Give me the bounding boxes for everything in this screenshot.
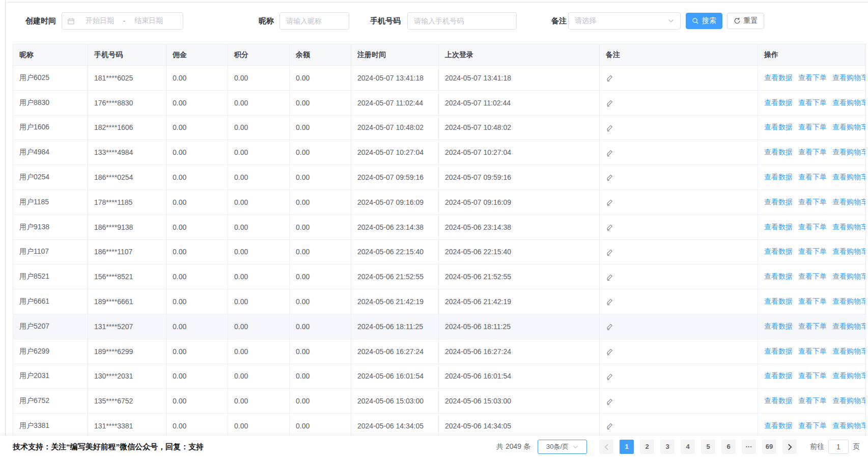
- cell-last-login: 2024-05-06 18:11:25: [439, 314, 600, 339]
- cell-actions: 查看数据查看下单查看购物车: [758, 190, 866, 214]
- edit-remark-icon[interactable]: [606, 124, 613, 132]
- view-data-link[interactable]: 查看数据: [764, 123, 793, 131]
- view-data-link[interactable]: 查看数据: [764, 272, 793, 280]
- view-orders-link[interactable]: 查看下单: [798, 272, 827, 280]
- view-cart-link[interactable]: 查看购物车: [832, 198, 866, 206]
- view-cart-link[interactable]: 查看购物车: [832, 272, 866, 280]
- view-orders-link[interactable]: 查看下单: [798, 173, 827, 181]
- edit-remark-icon[interactable]: [606, 149, 613, 157]
- page-ellipsis-button[interactable]: ···: [742, 440, 756, 454]
- view-cart-link[interactable]: 查看购物车: [832, 371, 866, 380]
- page-button-2[interactable]: 2: [640, 440, 654, 454]
- edit-remark-icon[interactable]: [606, 249, 613, 256]
- edit-remark-icon[interactable]: [606, 224, 613, 231]
- end-date-placeholder[interactable]: 结束日期: [129, 16, 169, 25]
- goto-page-input[interactable]: [828, 440, 849, 454]
- page-button-3[interactable]: 3: [660, 440, 675, 454]
- edit-remark-icon[interactable]: [606, 348, 613, 356]
- view-orders-link[interactable]: 查看下单: [798, 223, 827, 231]
- view-data-link[interactable]: 查看数据: [764, 198, 793, 206]
- next-page-button[interactable]: [782, 440, 797, 454]
- reset-button[interactable]: 重置: [727, 13, 764, 29]
- cell-commission: 0.00: [166, 214, 228, 239]
- view-data-link[interactable]: 查看数据: [764, 98, 793, 106]
- phone-input[interactable]: [407, 12, 517, 30]
- cell-registered: 2024-05-07 11:02:44: [351, 90, 439, 115]
- view-orders-link[interactable]: 查看下单: [798, 73, 827, 82]
- cell-commission: 0.00: [166, 115, 228, 140]
- edit-remark-icon[interactable]: [606, 174, 613, 181]
- edit-remark-icon[interactable]: [606, 373, 613, 381]
- table-header-row: 昵称手机号码佣金积分余额注册时间上次登录备注操作: [13, 44, 866, 66]
- table-row: 用户6299 189****6299 0.00 0.00 0.00 2024-0…: [13, 339, 866, 364]
- edit-remark-icon[interactable]: [606, 199, 613, 206]
- cell-commission: 0.00: [166, 389, 228, 414]
- view-data-link[interactable]: 查看数据: [764, 322, 793, 330]
- table-body: 用户6025 181****6025 0.00 0.00 0.00 2024-0…: [13, 66, 866, 439]
- page-button-1[interactable]: 1: [620, 440, 634, 454]
- view-cart-link[interactable]: 查看购物车: [832, 347, 866, 355]
- view-data-link[interactable]: 查看数据: [764, 148, 793, 156]
- prev-page-button[interactable]: [599, 440, 613, 454]
- view-cart-link[interactable]: 查看购物车: [832, 123, 866, 131]
- total-count: 共 2049 条: [496, 442, 530, 451]
- view-data-link[interactable]: 查看数据: [764, 73, 793, 82]
- view-orders-link[interactable]: 查看下单: [798, 123, 827, 131]
- view-orders-link[interactable]: 查看下单: [798, 396, 827, 405]
- view-cart-link[interactable]: 查看购物车: [832, 421, 866, 429]
- view-cart-link[interactable]: 查看购物车: [832, 322, 866, 330]
- cell-nickname: 用户0254: [13, 165, 88, 190]
- view-orders-link[interactable]: 查看下单: [798, 198, 827, 206]
- search-button[interactable]: 搜索: [686, 13, 722, 29]
- view-data-link[interactable]: 查看数据: [764, 247, 793, 255]
- remark-select[interactable]: 请选择: [568, 12, 681, 30]
- view-orders-link[interactable]: 查看下单: [798, 322, 827, 330]
- table-row: 用户1107 186****1107 0.00 0.00 0.00 2024-0…: [13, 239, 866, 264]
- view-data-link[interactable]: 查看数据: [764, 421, 793, 429]
- view-cart-link[interactable]: 查看购物车: [832, 223, 866, 231]
- view-orders-link[interactable]: 查看下单: [798, 297, 827, 305]
- view-orders-link[interactable]: 查看下单: [798, 347, 827, 355]
- view-data-link[interactable]: 查看数据: [764, 396, 793, 405]
- page-button-6[interactable]: 6: [721, 440, 736, 454]
- cell-actions: 查看数据查看下单查看购物车: [758, 339, 866, 364]
- edit-remark-icon[interactable]: [606, 323, 613, 331]
- page-button-69[interactable]: 69: [762, 440, 776, 454]
- cell-balance: 0.00: [290, 314, 351, 339]
- search-icon: [692, 17, 699, 24]
- view-cart-link[interactable]: 查看购物车: [832, 148, 866, 156]
- view-cart-link[interactable]: 查看购物车: [832, 247, 866, 255]
- view-cart-link[interactable]: 查看购物车: [832, 98, 866, 106]
- view-orders-link[interactable]: 查看下单: [798, 98, 827, 106]
- edit-remark-icon[interactable]: [606, 274, 613, 281]
- cell-phone: 186****0254: [88, 165, 166, 190]
- view-orders-link[interactable]: 查看下单: [798, 148, 827, 156]
- table-row: 用户8521 156****8521 0.00 0.00 0.00 2024-0…: [13, 264, 866, 289]
- edit-remark-icon[interactable]: [606, 298, 613, 306]
- view-data-link[interactable]: 查看数据: [764, 371, 793, 380]
- edit-remark-icon[interactable]: [606, 74, 613, 82]
- edit-remark-icon[interactable]: [606, 422, 613, 430]
- date-range-picker[interactable]: 开始日期 - 结束日期: [62, 12, 183, 30]
- view-data-link[interactable]: 查看数据: [764, 173, 793, 181]
- page-size-select[interactable]: 30条/页: [538, 440, 587, 454]
- edit-remark-icon[interactable]: [606, 398, 613, 406]
- nickname-input[interactable]: [279, 12, 349, 30]
- cell-actions: 查看数据查看下单查看购物车: [758, 165, 866, 190]
- view-cart-link[interactable]: 查看购物车: [832, 396, 866, 405]
- cell-actions: 查看数据查看下单查看购物车: [758, 90, 866, 115]
- view-cart-link[interactable]: 查看购物车: [832, 173, 866, 181]
- page-button-5[interactable]: 5: [701, 440, 715, 454]
- page-button-4[interactable]: 4: [681, 440, 695, 454]
- start-date-placeholder[interactable]: 开始日期: [80, 16, 120, 25]
- view-data-link[interactable]: 查看数据: [764, 223, 793, 231]
- view-orders-link[interactable]: 查看下单: [798, 421, 827, 429]
- edit-remark-icon[interactable]: [606, 99, 613, 107]
- view-orders-link[interactable]: 查看下单: [798, 371, 827, 380]
- column-header: 操作: [758, 44, 866, 66]
- view-cart-link[interactable]: 查看购物车: [832, 297, 866, 305]
- view-cart-link[interactable]: 查看购物车: [832, 73, 866, 82]
- view-data-link[interactable]: 查看数据: [764, 347, 793, 355]
- view-orders-link[interactable]: 查看下单: [798, 247, 827, 255]
- view-data-link[interactable]: 查看数据: [764, 297, 793, 305]
